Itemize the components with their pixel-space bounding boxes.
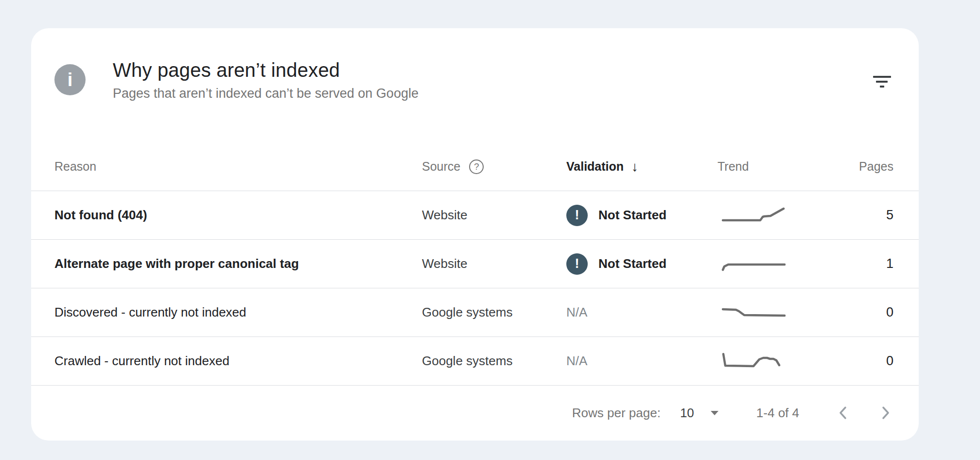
validation-label: N/A [566,305,587,320]
trend-sparkline [721,207,786,224]
rows-per-page-dropdown[interactable] [708,408,721,418]
column-header-trend[interactable]: Trend [718,159,800,174]
next-page-button[interactable] [874,401,897,425]
pages-cell: 0 [886,354,893,369]
reason-cell: Discovered - currently not indexed [54,305,422,320]
chevron-right-icon [882,406,890,420]
page-subtitle: Pages that aren’t indexed can’t be serve… [113,86,419,101]
validation-cell: N/A [566,305,718,320]
validation-cell: ! Not Started [566,205,718,226]
table-header-row: Reason Source ? Validation ↓ Trend Pages [31,142,919,191]
pagination-footer: Rows per page: 10 1-4 of 4 [31,386,919,440]
validation-label: N/A [566,354,587,369]
not-started-badge-icon: ! [566,253,588,275]
not-started-badge-icon: ! [566,205,588,226]
table-row[interactable]: Discovered - currently not indexed Googl… [31,288,919,337]
validation-cell: ! Not Started [566,253,718,275]
source-cell: Google systems [422,305,566,320]
trend-sparkline [721,304,786,321]
source-cell: Website [422,208,566,223]
header-text: Why pages aren’t indexed Pages that aren… [113,59,419,101]
table-row[interactable]: Not found (404) Website ! Not Started 5 [31,191,919,240]
sort-desc-icon: ↓ [631,159,638,175]
pagination-range: 1-4 of 4 [756,406,799,421]
card-header: i Why pages aren’t indexed Pages that ar… [31,28,919,142]
chevron-down-icon [711,411,718,415]
chevron-left-icon [839,406,847,420]
reason-cell: Not found (404) [54,208,422,223]
filter-icon [873,76,891,78]
table-row[interactable]: Crawled - currently not indexed Google s… [31,337,919,386]
column-header-pages[interactable]: Pages [859,159,893,174]
filter-button[interactable] [871,71,892,92]
validation-cell: N/A [566,354,718,369]
help-icon[interactable]: ? [469,159,484,174]
info-icon: i [54,64,86,95]
rows-per-page-label: Rows per page: [572,406,661,421]
why-pages-arent-indexed-card: i Why pages aren’t indexed Pages that ar… [31,28,919,441]
trend-sparkline [721,353,786,370]
pages-cell: 5 [886,208,893,223]
previous-page-button[interactable] [831,401,855,425]
source-cell: Website [422,256,566,271]
trend-sparkline [721,255,786,273]
pages-cell: 0 [886,305,893,320]
page-title: Why pages aren’t indexed [113,59,419,81]
source-cell: Google systems [422,354,566,369]
table-row[interactable]: Alternate page with proper canonical tag… [31,240,919,288]
column-header-validation[interactable]: Validation ↓ [566,159,718,175]
validation-label: Not Started [598,256,666,271]
pages-cell: 1 [886,256,893,271]
reason-cell: Crawled - currently not indexed [54,354,422,369]
rows-per-page-value: 10 [680,406,694,421]
reason-cell: Alternate page with proper canonical tag [54,256,422,271]
column-header-reason[interactable]: Reason [54,159,422,174]
validation-label: Not Started [598,208,666,223]
column-header-source[interactable]: Source ? [422,159,566,174]
